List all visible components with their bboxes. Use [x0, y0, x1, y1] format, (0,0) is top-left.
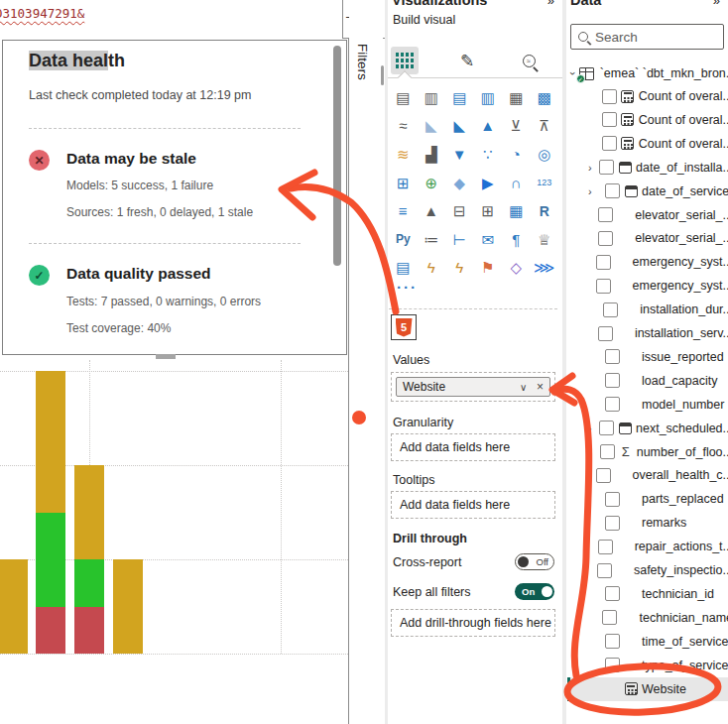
field-row[interactable]: safety_inspectio... — [571, 558, 728, 582]
ribbon-chart-icon[interactable]: ≋ — [389, 140, 418, 169]
area-chart-icon[interactable]: ◣ — [418, 112, 446, 141]
field-row[interactable]: load_capacity — [571, 369, 728, 393]
field-row[interactable]: ✓Website — [571, 677, 728, 701]
azure-map-icon[interactable]: ▶ — [474, 169, 503, 197]
field-checkbox[interactable] — [605, 586, 620, 601]
pie-chart-icon[interactable]: ◔ — [502, 140, 531, 169]
kpi-icon[interactable]: ▲ — [418, 196, 446, 225]
field-checkbox[interactable] — [598, 540, 613, 554]
field-row[interactable]: elevator_serial_... — [571, 226, 728, 250]
field-row[interactable]: overall_health_c... — [571, 463, 728, 487]
field-checkbox[interactable] — [597, 563, 612, 578]
metrics-icon[interactable]: ♕ — [531, 225, 559, 254]
field-row[interactable]: ›date_of_service — [571, 180, 728, 203]
tab-format-visual[interactable]: ✎ — [453, 47, 481, 74]
waterfall-chart-icon[interactable]: ▟ — [418, 140, 446, 169]
bar-segment-green[interactable] — [36, 513, 65, 607]
collapse-pane-icon[interactable]: » — [713, 0, 720, 8]
clustered-column-chart-icon[interactable]: ▥ — [474, 83, 503, 112]
cross-report-toggle[interactable]: Off — [515, 553, 554, 570]
collapse-pane-icon[interactable]: » — [547, 0, 554, 8]
filled-map-icon[interactable]: ◆ — [445, 169, 474, 197]
field-checkbox[interactable] — [602, 112, 617, 127]
field-checkbox[interactable] — [602, 136, 617, 151]
field-row[interactable]: model_number — [571, 393, 728, 417]
field-checkbox[interactable] — [596, 255, 611, 270]
field-checkbox[interactable] — [598, 231, 613, 246]
field-checkbox[interactable] — [602, 89, 617, 104]
search-input[interactable]: Search — [570, 24, 724, 50]
values-field-well[interactable]: Website ∨ × — [391, 372, 555, 402]
filters-scrollbar-thumb[interactable] — [381, 65, 384, 85]
field-row[interactable]: elevator_serial_... — [571, 203, 728, 227]
field-row[interactable]: installation_dur... — [571, 298, 728, 321]
remove-field-icon[interactable]: × — [537, 380, 544, 394]
field-checkbox[interactable] — [596, 279, 611, 294]
field-checkbox[interactable] — [605, 634, 620, 649]
map-icon[interactable]: ⊕ — [418, 169, 446, 197]
chevron-collapsed-icon[interactable]: › — [588, 185, 598, 197]
decomposition-tree-icon[interactable]: ⊢ — [445, 225, 474, 254]
field-row[interactable]: parts_replaced — [571, 487, 728, 511]
tooltips-field-well[interactable]: Add data fields here — [391, 491, 555, 519]
scatter-chart-icon[interactable]: ∵ — [474, 140, 503, 169]
drill-through-field-well[interactable]: Add drill-through fields here — [391, 609, 555, 637]
stacked-bar-chart-icon[interactable]: ▤ — [389, 83, 418, 112]
field-row[interactable]: emergency_syst... — [571, 274, 728, 298]
line-and-stacked-column-chart-icon[interactable]: ⊻ — [502, 112, 531, 141]
field-row[interactable]: Count of overal... — [571, 84, 728, 108]
filters-pane-collapsed[interactable] — [349, 0, 383, 724]
field-checkbox[interactable] — [599, 160, 614, 175]
table-root-row[interactable]: › ✓ `emea` `dbt_mkn_bron... — [571, 61, 728, 85]
power-apps-visual-icon[interactable]: ◇ — [502, 254, 531, 283]
field-checkbox[interactable] — [598, 326, 613, 341]
stacked-column-chart-icon[interactable]: ▥ — [418, 83, 446, 112]
paginated-report-icon[interactable]: ▤ — [389, 254, 418, 283]
field-checkbox[interactable] — [603, 302, 618, 317]
more-visuals-icon[interactable]: ··· — [397, 279, 418, 296]
field-row[interactable]: remarks — [571, 511, 728, 535]
field-row[interactable]: Σnumber_of_floo... — [571, 440, 728, 464]
tooltip-scrollbar[interactable] — [333, 46, 341, 266]
power-automate-visual-icon[interactable]: ⋙ — [531, 254, 559, 283]
chevron-collapsed-icon[interactable]: › — [588, 162, 592, 174]
line-chart-icon[interactable]: ≈ — [389, 112, 418, 141]
bar-segment-gold[interactable] — [74, 465, 104, 559]
field-checkbox[interactable] — [598, 207, 613, 222]
matrix-icon[interactable]: ▦ — [502, 196, 531, 225]
chevron-collapsed-icon[interactable]: › — [588, 422, 592, 434]
field-row[interactable]: ›next_scheduled... — [571, 417, 728, 440]
bar-segment-green[interactable] — [74, 559, 104, 607]
field-row[interactable]: Count of overal... — [571, 132, 728, 156]
python-visual-icon[interactable]: Py — [389, 225, 418, 254]
field-checkbox[interactable] — [605, 373, 620, 388]
field-checkbox[interactable] — [605, 658, 620, 672]
field-row[interactable]: technician_name — [571, 606, 728, 630]
arcgis-map-icon[interactable]: ⚑ — [474, 254, 503, 283]
field-row[interactable]: issue_reported — [571, 345, 728, 369]
field-checkbox[interactable] — [600, 444, 615, 459]
smart-narrative-icon[interactable]: ¶ — [502, 225, 531, 254]
100-stacked-area-chart-icon[interactable]: ▲ — [474, 112, 503, 141]
treemap-icon[interactable]: ⊞ — [389, 169, 418, 197]
stacked-area-chart-icon[interactable]: ◣ — [445, 112, 474, 141]
multi-row-card-icon[interactable]: ≡ — [389, 196, 418, 225]
bar-segment-gold[interactable] — [0, 559, 28, 654]
qa-visual-icon[interactable]: ✉ — [474, 225, 503, 254]
bar-segment-red[interactable] — [36, 607, 65, 655]
field-row[interactable]: technician_id — [571, 582, 728, 606]
field-row[interactable]: ›date_of_installa... — [571, 156, 728, 180]
r-script-visual-icon[interactable]: R — [531, 196, 559, 225]
field-checkbox[interactable] — [605, 492, 620, 507]
horizontal-scrollbar-thumb[interactable] — [156, 354, 176, 359]
field-row[interactable]: repair_actions_t... — [571, 535, 728, 558]
field-checkbox[interactable] — [599, 421, 614, 435]
bar-segment-gold[interactable] — [36, 371, 65, 513]
clustered-bar-chart-icon[interactable]: ▤ — [445, 83, 474, 112]
field-row[interactable]: installation_serv... — [571, 321, 728, 345]
field-checkbox[interactable] — [605, 183, 620, 198]
donut-chart-icon[interactable]: ◎ — [531, 140, 559, 169]
field-checkbox[interactable] — [602, 610, 617, 625]
filters-pane-label[interactable]: Filters — [355, 44, 370, 80]
line-and-clustered-column-chart-icon[interactable]: ⊼ — [531, 112, 559, 141]
